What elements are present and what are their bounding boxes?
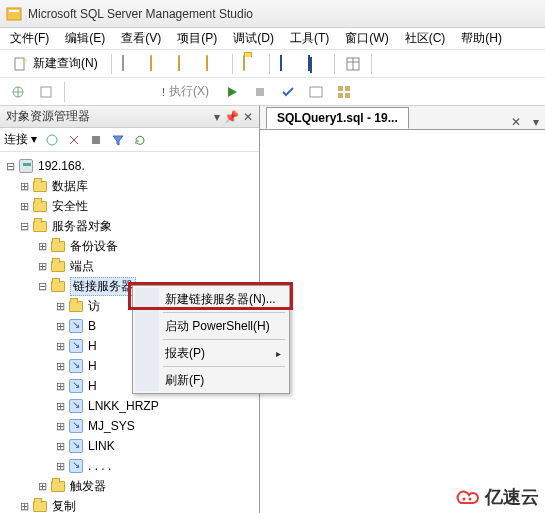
editor-tab[interactable]: SQLQuery1.sql - 19... xyxy=(266,107,409,129)
tree-label: 备份设备 xyxy=(70,238,118,255)
menu-edit[interactable]: 编辑(E) xyxy=(59,28,111,49)
play-icon xyxy=(224,84,240,100)
debug-button[interactable] xyxy=(220,81,244,103)
new-query-button[interactable]: 新建查询(N) xyxy=(6,53,105,75)
tab-label: SQLQuery1.sql - 19... xyxy=(277,111,398,125)
refresh-icon[interactable] xyxy=(131,131,149,149)
script-db-button-3[interactable] xyxy=(202,53,226,75)
folder-icon xyxy=(68,298,84,314)
menu-file[interactable]: 文件(F) xyxy=(4,28,55,49)
script-icon xyxy=(150,56,166,72)
open-button[interactable] xyxy=(239,53,263,75)
menu-tools[interactable]: 工具(T) xyxy=(284,28,335,49)
tree-node-backup-devices[interactable]: ⊞备份设备 xyxy=(4,236,257,256)
connect-dropdown[interactable]: 连接 ▾ xyxy=(4,131,39,148)
execute-button[interactable]: ! 执行(X) xyxy=(155,81,216,103)
tree-label: H xyxy=(88,379,97,393)
menu-view[interactable]: 查看(V) xyxy=(115,28,167,49)
linked-server-icon xyxy=(68,418,84,434)
menu-debug[interactable]: 调试(D) xyxy=(227,28,280,49)
ctx-reports[interactable]: 报表(P) xyxy=(135,342,287,364)
tree-label: LINK xyxy=(88,439,115,453)
context-menu: 新建链接服务器(N)... 启动 PowerShell(H) 报表(P) 刷新(… xyxy=(132,285,290,394)
pane-close-icon[interactable]: ✕ xyxy=(243,110,253,124)
svg-rect-0 xyxy=(7,8,21,20)
folder-icon xyxy=(32,198,48,214)
new-file-icon xyxy=(122,56,138,72)
pane-pin-icon[interactable]: 📌 xyxy=(224,110,239,124)
connection-icon xyxy=(38,84,54,100)
save-all-button[interactable] xyxy=(304,53,328,75)
change-connection-button[interactable] xyxy=(34,81,58,103)
stop-button[interactable] xyxy=(248,81,272,103)
grid-icon xyxy=(336,84,352,100)
pane-dropdown-icon[interactable]: ▾ xyxy=(214,110,220,124)
tab-menu-icon[interactable]: ▾ xyxy=(527,115,545,129)
tree-node-linked-item[interactable]: ⊞LINK xyxy=(4,436,257,456)
tree-node-endpoints[interactable]: ⊞端点 xyxy=(4,256,257,276)
tree-node-linked-item[interactable]: ⊞. . . . xyxy=(4,456,257,476)
tree-node-triggers[interactable]: ⊞触发器 xyxy=(4,476,257,496)
toolbar-main: 新建查询(N) xyxy=(0,50,545,78)
connect-button[interactable] xyxy=(6,81,30,103)
stop-icon[interactable] xyxy=(87,131,105,149)
table-icon xyxy=(345,56,361,72)
check-icon xyxy=(280,84,296,100)
svg-rect-1 xyxy=(9,10,19,12)
disconnect-icon[interactable] xyxy=(65,131,83,149)
filter-icon[interactable] xyxy=(109,131,127,149)
context-menu-sep xyxy=(163,312,285,313)
context-menu-sep xyxy=(163,339,285,340)
menu-project[interactable]: 项目(P) xyxy=(171,28,223,49)
app-icon xyxy=(6,6,22,22)
script-db-button[interactable] xyxy=(146,53,170,75)
tabstrip: SQLQuery1.sql - 19... ✕ ▾ xyxy=(260,106,545,130)
options-button[interactable] xyxy=(332,81,356,103)
tree-node-linked-item[interactable]: ⊞LNKK_HRZP xyxy=(4,396,257,416)
menu-community[interactable]: 社区(C) xyxy=(399,28,452,49)
tree-label: MJ_SYS xyxy=(88,419,135,433)
activity-button[interactable] xyxy=(341,53,365,75)
tree-label: . . . . xyxy=(88,459,111,473)
parse-button[interactable] xyxy=(276,81,300,103)
tree-node-replication[interactable]: ⊞复制 xyxy=(4,496,257,513)
execute-label: 执行(X) xyxy=(169,83,209,100)
plug-icon xyxy=(10,84,26,100)
tree-label: 端点 xyxy=(70,258,94,275)
folder-icon xyxy=(32,178,48,194)
script-db-button-2[interactable] xyxy=(174,53,198,75)
tree-node-security[interactable]: ⊞安全性 xyxy=(4,196,257,216)
tree-label: H xyxy=(88,359,97,373)
plan-button[interactable] xyxy=(304,81,328,103)
tab-close-icon[interactable]: ✕ xyxy=(505,115,527,129)
folder-icon xyxy=(50,278,66,294)
svg-point-14 xyxy=(47,135,57,145)
save-all-icon xyxy=(308,56,324,72)
toolbar-sep xyxy=(334,54,335,74)
tree-node-databases[interactable]: ⊞数据库 xyxy=(4,176,257,196)
save-button[interactable] xyxy=(276,53,300,75)
watermark-logo-icon xyxy=(455,487,481,507)
tree-node-server[interactable]: ⊟192.168. xyxy=(4,156,257,176)
tree-label: 服务器对象 xyxy=(52,218,112,235)
ctx-new-linked-server[interactable]: 新建链接服务器(N)... xyxy=(135,288,287,310)
tree-label: 安全性 xyxy=(52,198,88,215)
tree-node-server-objects[interactable]: ⊟服务器对象 xyxy=(4,216,257,236)
menu-window[interactable]: 窗口(W) xyxy=(339,28,394,49)
menu-help[interactable]: 帮助(H) xyxy=(455,28,508,49)
linked-server-icon xyxy=(68,358,84,374)
new-button[interactable] xyxy=(118,53,142,75)
tree-label: 数据库 xyxy=(52,178,88,195)
connect-icon[interactable] xyxy=(43,131,61,149)
editor-pane: SQLQuery1.sql - 19... ✕ ▾ xyxy=(260,106,545,513)
editor-body[interactable] xyxy=(260,130,545,513)
save-icon xyxy=(280,56,296,72)
ctx-start-powershell[interactable]: 启动 PowerShell(H) xyxy=(135,315,287,337)
ctx-refresh[interactable]: 刷新(F) xyxy=(135,369,287,391)
tree-node-linked-item[interactable]: ⊞MJ_SYS xyxy=(4,416,257,436)
folder-icon xyxy=(50,238,66,254)
app-title: Microsoft SQL Server Management Studio xyxy=(28,7,253,21)
svg-rect-2 xyxy=(15,58,24,70)
svg-rect-8 xyxy=(256,88,264,96)
watermark: 亿速云 xyxy=(455,485,539,509)
